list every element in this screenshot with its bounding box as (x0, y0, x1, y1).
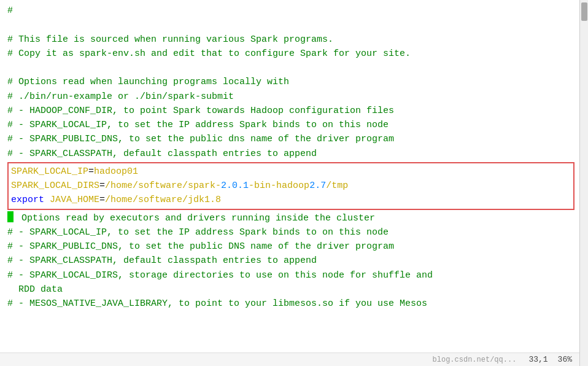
code-line (7, 61, 579, 75)
code-line: # - SPARK_PUBLIC_DNS, to set the public … (7, 132, 579, 146)
code-line: # - SPARK_LOCAL_IP, to set the IP addres… (7, 225, 579, 239)
comment-text: # - SPARK_LOCAL_IP, to set the IP addres… (7, 118, 389, 132)
code-line (7, 18, 579, 32)
comment-text: # (7, 4, 13, 18)
comment-text: # This file is sourced when running vari… (7, 33, 333, 47)
config-line-spark-local-ip: SPARK_LOCAL_IP=hadoop01 (11, 165, 571, 179)
comment-text: Options read by executors and drivers ru… (16, 211, 375, 225)
editor-window: # # This file is sourced when running va… (0, 0, 588, 366)
code-line: Options read by executors and drivers ru… (7, 211, 579, 225)
config-line-java-home: export JAVA_HOME=/home/software/jdk1.8 (11, 193, 571, 207)
comment-text: # - HADOOP_CONF_DIR, to point Spark towa… (7, 104, 394, 118)
config-line-spark-local-dirs: SPARK_LOCAL_DIRS=/home/software/spark-2.… (11, 179, 571, 193)
cursor-position: 33,1 (528, 355, 547, 364)
comment-text: # - SPARK_PUBLIC_DNS, to set the public … (7, 132, 394, 146)
val-path-tmp: /tmp (326, 181, 348, 191)
code-line: # - SPARK_PUBLIC_DNS, to set the public … (7, 239, 579, 254)
code-area[interactable]: # # This file is sourced when running va… (0, 0, 579, 366)
comment-text: # - SPARK_LOCAL_IP, to set the IP addres… (7, 225, 389, 239)
code-line: # - MESOS_NATIVE_JAVA_LIBRARY, to point … (7, 297, 579, 311)
code-line: # (7, 4, 579, 18)
val-jdk-path: /home/software/jdk1.8 (105, 195, 221, 205)
code-line: # - SPARK_LOCAL_DIRS, storage directorie… (7, 268, 579, 282)
code-line: # ./bin/run-example or ./bin/spark-submi… (7, 90, 579, 104)
code-line: # - SPARK_CLASSPATH, default classpath e… (7, 147, 579, 161)
comment-text: # - SPARK_CLASSPATH, default classpath e… (7, 254, 317, 268)
comment-text: # ./bin/run-example or ./bin/spark-submi… (7, 90, 234, 104)
code-line: # This file is sourced when running vari… (7, 33, 579, 47)
code-line: # Copy it as spark-env.sh and edit that … (7, 47, 579, 61)
val-version-2: 2.0.1 (221, 181, 249, 191)
code-line: # - SPARK_LOCAL_IP, to set the IP addres… (7, 118, 579, 132)
comment-text: # - SPARK_LOCAL_DIRS, storage directorie… (7, 268, 433, 282)
val-version-hadoop: 2.7 (309, 181, 326, 191)
code-line: # - HADOOP_CONF_DIR, to point Spark towa… (7, 104, 579, 118)
comment-text: # Copy it as spark-env.sh and edit that … (7, 47, 411, 61)
val-hadoop01: hadoop01 (94, 166, 138, 177)
comment-text: # - MESOS_NATIVE_JAVA_LIBRARY, to point … (7, 297, 427, 311)
code-line: # Options read when launching programs l… (7, 75, 579, 89)
val-path-mid: -bin-hadoop (249, 181, 309, 191)
watermark-text: blog.csdn.net/qq... (433, 356, 517, 364)
var-spark-local-dirs: SPARK_LOCAL_DIRS (11, 181, 99, 191)
highlighted-config-block: SPARK_LOCAL_IP=hadoop01 SPARK_LOCAL_DIRS… (7, 162, 574, 210)
code-line: RDD data (7, 282, 579, 297)
code-line: # - SPARK_CLASSPATH, default classpath e… (7, 254, 579, 268)
zoom-level: 36% (558, 355, 572, 364)
comment-text: RDD data (7, 282, 63, 297)
comment-text: # - SPARK_CLASSPATH, default classpath e… (7, 147, 317, 161)
vertical-scrollbar[interactable] (579, 0, 588, 366)
comment-text: # Options read when launching programs l… (7, 75, 289, 89)
val-path-prefix: /home/software/spark- (105, 181, 221, 191)
var-spark-local-ip: SPARK_LOCAL_IP (11, 166, 88, 177)
scrollbar-thumb[interactable] (581, 2, 587, 21)
var-java-home: JAVA_HOME (50, 195, 99, 205)
comment-text: # - SPARK_PUBLIC_DNS, to set the public … (7, 239, 394, 254)
green-cursor-marker (7, 211, 14, 222)
keyword-export: export (11, 195, 44, 205)
code-content: # # This file is sourced when running va… (7, 4, 579, 325)
status-bar: blog.csdn.net/qq... 33,1 36% (0, 352, 579, 366)
